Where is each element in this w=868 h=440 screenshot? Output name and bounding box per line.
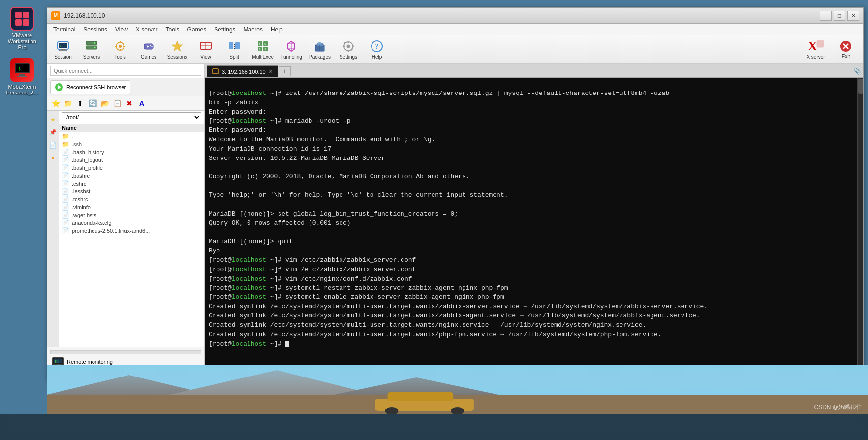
sidebar-delete-icon[interactable]: ✖ xyxy=(124,98,135,109)
file-item-anaconda[interactable]: 📄 anaconda-ks.cfg xyxy=(59,219,204,227)
mobaxterm-icon[interactable]: $_ MobaXterm Personal_2... xyxy=(2,56,42,97)
file-item-ssh[interactable]: 📁 .ssh xyxy=(59,140,204,148)
paper-icon[interactable]: 📄 xyxy=(48,140,58,150)
terminal-content: [root@localhost ~]# zcat /usr/share/zabb… xyxy=(209,80,853,358)
sidebar-refresh-icon[interactable]: 🔄 xyxy=(87,98,98,109)
sidebar-copy-icon[interactable]: 📋 xyxy=(112,98,123,109)
file-icon: 📄 xyxy=(62,157,70,163)
terminal[interactable]: [root@localhost ~]# zcat /usr/share/zabb… xyxy=(205,78,857,370)
split-button[interactable]: Split xyxy=(220,37,248,63)
svg-text:?: ? xyxy=(375,43,379,50)
file-item-tcshrc[interactable]: 📄 .tcshrc xyxy=(59,195,204,203)
pin-icon[interactable]: 📌 xyxy=(48,127,58,137)
menu-tools[interactable]: Tools xyxy=(162,24,184,35)
file-item-lesshst[interactable]: 📄 .lesshst xyxy=(59,188,204,195)
bookmark-icon[interactable]: ★ xyxy=(48,115,58,125)
file-icon: 📄 xyxy=(62,227,70,234)
vmware-label: VMware Workstation Pro xyxy=(4,32,40,50)
servers-button[interactable]: Servers xyxy=(78,37,105,63)
file-item-bash-profile[interactable]: 📄 .bash_profile xyxy=(59,164,204,172)
help-icon: ? xyxy=(370,39,384,53)
split-icon xyxy=(227,39,241,53)
tunneling-button[interactable]: Tunneling xyxy=(278,37,305,63)
tools-button[interactable]: Tools xyxy=(106,37,134,63)
app-icon: M xyxy=(51,11,60,20)
view-icon xyxy=(199,39,213,53)
file-item-dotdot[interactable]: 📁 .. xyxy=(59,132,204,140)
svg-rect-7 xyxy=(19,74,25,76)
multiexec-icon: $ $ $ $ xyxy=(256,39,270,53)
svg-rect-8 xyxy=(17,76,27,77)
menu-view[interactable]: View xyxy=(111,24,132,35)
games-button[interactable]: Games xyxy=(135,37,162,63)
tab-close-button[interactable]: ✕ xyxy=(269,69,273,74)
svg-rect-12 xyxy=(61,49,65,50)
menu-games[interactable]: Games xyxy=(184,24,211,35)
exit-button[interactable]: Exit xyxy=(835,37,857,63)
svg-rect-74 xyxy=(214,70,217,73)
minimize-button[interactable]: – xyxy=(820,11,832,21)
quick-connect-input[interactable] xyxy=(50,66,201,76)
file-item-viminfo[interactable]: 📄 .viminfo xyxy=(59,203,204,211)
file-item-wget-hsts[interactable]: 📄 .wget-hsts xyxy=(59,211,204,219)
menu-macros[interactable]: Macros xyxy=(240,24,267,35)
menu-settings[interactable]: Settings xyxy=(210,24,239,35)
servers-label: Servers xyxy=(83,54,100,60)
svg-point-28 xyxy=(151,46,152,47)
terminal-panel: 3. 192.168.100.10 ✕ + 📎 [root@localhost … xyxy=(205,64,863,381)
packages-button[interactable]: Packages xyxy=(306,37,334,63)
svg-rect-57 xyxy=(344,42,346,44)
svg-text:$: $ xyxy=(60,44,61,47)
path-select[interactable]: /root/ xyxy=(62,112,201,122)
circle-icon[interactable]: ● xyxy=(48,153,58,163)
title-bar: M 192.168.100.10 – ◻ ✕ xyxy=(47,8,863,24)
multiexec-button[interactable]: $ $ $ $ MultiExec xyxy=(249,37,277,63)
sidebar-top: Reconnect SSH-browser xyxy=(47,78,204,96)
split-label: Split xyxy=(229,54,239,60)
sidebar: Reconnect SSH-browser ⭐ 📁 ⬆ 🔄 📂 📋 ✖ A ★ … xyxy=(47,64,205,381)
view-button[interactable]: View xyxy=(192,37,219,63)
file-item-bashrc[interactable]: 📄 .bashrc xyxy=(59,172,204,180)
sidebar-upload-icon[interactable]: 📁 xyxy=(62,98,73,109)
new-tab-button[interactable]: + xyxy=(279,66,291,76)
svg-rect-2 xyxy=(15,19,22,26)
menu-sessions[interactable]: Sessions xyxy=(79,24,111,35)
sidebar-font-icon[interactable]: A xyxy=(136,98,147,109)
file-item-bash-logout[interactable]: 📄 .bash_logout xyxy=(59,156,204,164)
menu-bar: Terminal Sessions View X server Tools Ga… xyxy=(47,24,863,35)
sessions-button[interactable]: Sessions xyxy=(163,37,191,63)
sidebar-newfolder-icon[interactable]: 📂 xyxy=(99,98,110,109)
file-item-bash-history[interactable]: 📄 .bash_history xyxy=(59,148,204,156)
tools-icon xyxy=(113,39,127,53)
menu-help[interactable]: Help xyxy=(267,24,287,35)
menu-xserver[interactable]: X server xyxy=(132,24,162,35)
sidebar-wrapper: ★ 📌 📄 ● /root/ Name xyxy=(47,111,204,347)
vmware-icon[interactable]: VMware Workstation Pro xyxy=(2,5,42,52)
file-icon: 📄 xyxy=(62,212,70,219)
menu-terminal[interactable]: Terminal xyxy=(49,24,79,35)
tab-1[interactable]: 3. 192.168.100.10 ✕ xyxy=(207,65,278,77)
session-button[interactable]: $ Session xyxy=(49,37,77,63)
sidebar-up-icon[interactable]: ⬆ xyxy=(75,98,86,109)
file-item-prometheus[interactable]: 📄 prometheus-2.50.1.linux-amd6... xyxy=(59,227,204,235)
mobaxterm-label: MobaXterm Personal_2... xyxy=(4,84,40,95)
attach-button[interactable]: 📎 xyxy=(851,65,863,77)
svg-text:$: $ xyxy=(259,42,261,45)
svg-point-52 xyxy=(347,45,350,48)
sessions-label: Sessions xyxy=(167,54,187,60)
close-button[interactable]: ✕ xyxy=(847,11,859,21)
terminal-scrollbar[interactable] xyxy=(857,78,863,370)
window-controls: – ◻ ✕ xyxy=(820,11,859,21)
horizontal-scrollbar[interactable] xyxy=(50,350,201,354)
tools-label: Tools xyxy=(114,54,125,60)
taskbar xyxy=(0,414,868,440)
svg-text:X: X xyxy=(808,39,817,53)
settings-button[interactable]: Settings xyxy=(335,37,362,63)
sidebar-star-icon[interactable]: ⭐ xyxy=(50,98,61,109)
background-image xyxy=(47,365,868,414)
maximize-button[interactable]: ◻ xyxy=(834,11,845,21)
xserver-button[interactable]: X X server xyxy=(801,37,831,63)
reconnect-button[interactable]: Reconnect SSH-browser xyxy=(50,80,130,94)
help-button[interactable]: ? Help xyxy=(363,37,391,63)
file-item-cshrc[interactable]: 📄 .cshrc xyxy=(59,180,204,188)
